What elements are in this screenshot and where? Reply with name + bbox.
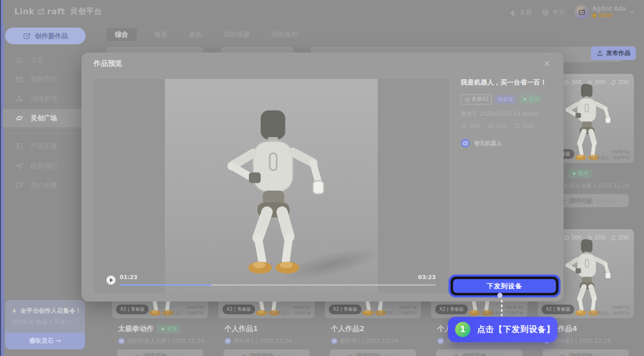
coin-count: 5000 (598, 13, 612, 19)
model-badge: X2 | 青春版 (116, 305, 149, 314)
total-time: 03:23 (418, 274, 436, 281)
official-badge: 官方 (157, 324, 181, 334)
performance-nodes-icon (15, 95, 23, 103)
sidebar-item-label: 用户反馈 (31, 181, 57, 190)
user-name: Agibot Ada (592, 6, 626, 13)
work-stats: 38K 200 200 (461, 123, 555, 129)
author-avatar (461, 139, 470, 148)
tab-hottest[interactable]: 最热 (185, 28, 206, 41)
thumbs-up-icon (564, 235, 570, 241)
app-logo: Link raft 灵创平台 (14, 7, 102, 16)
card-title-row: 太极拳动作 官方 (118, 324, 208, 334)
tab-favorites[interactable]: 我的收藏 (219, 28, 254, 41)
promo-title: 全平台创作人召集令！ (20, 307, 81, 315)
replay-same-button[interactable]: 演绎同款666次 (330, 349, 416, 356)
progress-bar[interactable] (120, 284, 436, 286)
sidebar-item-my-space[interactable]: 我的空间 (3, 70, 88, 89)
chevron-up-icon[interactable] (629, 9, 636, 16)
official-badge: 官方 (568, 169, 592, 178)
language-switcher[interactable]: 中文 (542, 8, 565, 17)
avatar-robot-icon (578, 8, 586, 16)
step-number-badge: 1 (455, 322, 470, 337)
user-avatar (575, 5, 589, 19)
watermark: made by智元机器人｜灵创平台 (163, 305, 204, 316)
earn-gems-button[interactable]: 赚取灵石 → (5, 333, 85, 349)
author-avatar (437, 338, 444, 344)
author-avatar (331, 338, 338, 344)
author-name: 智元机器人 (474, 140, 502, 147)
model-badge: X2 | 青春版 (435, 305, 468, 314)
sidebar-item-home[interactable]: 主页 (3, 51, 88, 69)
publish-work-button[interactable]: 发布作品 (591, 46, 636, 60)
sidebar-item-label: 联系我们 (31, 161, 57, 171)
create-work-button[interactable]: 创作新作品 (5, 28, 86, 44)
feed-tabs: 综合 最新 最热 我的收藏 我的发布 (106, 28, 302, 41)
tab-my-posts[interactable]: 我的发布 (267, 28, 302, 41)
create-work-label: 创作新作品 (35, 32, 68, 41)
user-menu[interactable]: Agibot Ada 5000 (575, 5, 636, 19)
home-icon (15, 56, 23, 64)
close-icon[interactable]: × (544, 59, 550, 68)
official-tag: 官方 (519, 95, 542, 104)
planet-icon (240, 353, 246, 356)
promo-subtitle: 成为首批“机器人导演”！ (11, 318, 85, 326)
send-to-device-highlight: 下发到设备 (449, 275, 561, 297)
replay-same-button[interactable]: 演绎同款666次 (117, 349, 203, 356)
logo-text-suffix: raft (47, 7, 65, 16)
sidebar-item-contact[interactable]: 联系我们 (3, 157, 88, 175)
theme-toggle[interactable]: ◐ 主题 (511, 8, 531, 17)
sidebar-divider (10, 133, 79, 133)
highlight-outer-ring: 下发到设备 (449, 275, 561, 297)
promo-card: 全平台创作人召集令！ 成为首批“机器人导演”！ 赚取灵石 → (5, 300, 85, 349)
app-root: Link raft 灵创平台 ◐ 主题 中文 Agibot Ada (0, 0, 644, 356)
sidebar-item-label: 演绎管理 (31, 94, 57, 103)
tab-comprehensive[interactable]: 综合 (106, 28, 137, 41)
star-icon[interactable] (487, 123, 494, 129)
tab-newest[interactable]: 最新 (150, 28, 172, 41)
send-to-device-button[interactable]: 下发到设备 (453, 279, 556, 293)
upload-icon (597, 50, 603, 57)
watermark: made by智元机器人｜灵创平台 (483, 305, 523, 316)
sidebar-item-label: 主页 (31, 56, 44, 65)
planet-icon (346, 353, 353, 356)
official-badge-icon (160, 326, 165, 332)
logo-text-cn: 灵创平台 (70, 7, 102, 16)
replay-same-button[interactable]: 演绎同款666次 (543, 349, 629, 356)
share-icon[interactable] (514, 123, 520, 129)
sidebar-item-plaza[interactable]: 灵创广场 (3, 109, 88, 127)
thumbs-up-icon[interactable] (461, 123, 467, 129)
author-avatar (118, 338, 125, 344)
current-time: 01:23 (120, 274, 137, 281)
play-icon (110, 278, 113, 282)
work-tags: 灵犀X2 青春版 官方 (461, 94, 555, 104)
play-button[interactable] (106, 276, 116, 285)
work-author-row: 智元机器人 (461, 139, 555, 148)
model-badge: X2 | 青春版 (222, 305, 255, 314)
sidebar-item-feedback[interactable]: 用户反馈 (3, 176, 88, 195)
logo-robot-icon (37, 7, 45, 16)
planet-icon (453, 353, 459, 356)
language-label: 中文 (552, 8, 565, 17)
card-author: 爱好者1 | 2025.12.24 (225, 337, 315, 345)
watermark: made by智元机器人｜灵创平台 (376, 305, 417, 316)
sidebar-item-performance[interactable]: 演绎管理 (3, 90, 88, 108)
model-badge: X2 | 青春版 (542, 305, 574, 314)
author-avatar (225, 338, 231, 344)
replay-same-button[interactable]: 演绎同款666次 (436, 349, 522, 356)
planet-icon (15, 114, 23, 122)
robot-video-figure (207, 102, 335, 284)
book-icon (15, 142, 23, 150)
sidebar-item-label: 我的空间 (31, 75, 57, 84)
replay-same-button[interactable]: 演绎同款666次 (223, 349, 310, 356)
sidebar: 创作新作品 主页 我的空间 演绎管理 灵创广场 产品手册 联系我们 (3, 24, 90, 356)
publish-date: 发布于 2020/02/02 12:00:00 (461, 110, 555, 118)
player-controls: 01:23 03:23 (106, 274, 436, 286)
card-title-row: 个人作品2 (331, 324, 421, 334)
logo-text-prefix: Link (14, 7, 35, 16)
work-title: 我是机器人，买一台省一百！ (461, 78, 555, 87)
my-space-icon (15, 75, 23, 84)
sidebar-item-manual[interactable]: 产品手册 (3, 137, 88, 155)
star-icon (587, 235, 593, 241)
card-stats: 38K 200 200 (564, 234, 629, 241)
share-icon (610, 235, 617, 241)
